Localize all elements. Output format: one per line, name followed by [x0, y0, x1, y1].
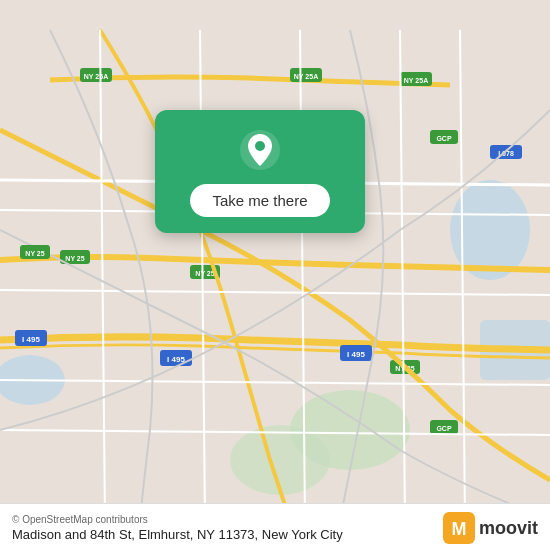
svg-text:NY 25A: NY 25A [84, 73, 108, 80]
svg-text:I 495: I 495 [22, 335, 40, 344]
bottom-info: © OpenStreetMap contributors Madison and… [12, 514, 343, 542]
svg-text:NY 25: NY 25 [25, 250, 44, 257]
moovit-text: moovit [479, 518, 538, 539]
svg-text:GCP: GCP [436, 135, 452, 142]
osm-credit: © OpenStreetMap contributors [12, 514, 343, 525]
map-background: I 495 I 495 I 495 NY 25 NY 25 NY 25 NY 2… [0, 0, 550, 550]
svg-text:M: M [451, 519, 466, 539]
bottom-bar: © OpenStreetMap contributors Madison and… [0, 503, 550, 550]
moovit-icon: M [443, 512, 475, 544]
svg-text:NY 25A: NY 25A [294, 73, 318, 80]
location-pin-icon [238, 128, 282, 172]
svg-text:NY 25: NY 25 [195, 270, 214, 277]
take-me-there-button[interactable]: Take me there [190, 184, 329, 217]
svg-text:I 495: I 495 [347, 350, 365, 359]
svg-text:GCP: GCP [436, 425, 452, 432]
address-text: Madison and 84th St, Elmhurst, NY 11373,… [12, 527, 343, 542]
moovit-logo: M moovit [443, 512, 538, 544]
map-container: I 495 I 495 I 495 NY 25 NY 25 NY 25 NY 2… [0, 0, 550, 550]
svg-point-33 [255, 141, 265, 151]
svg-text:NY 25: NY 25 [65, 255, 84, 262]
location-card: Take me there [155, 110, 365, 233]
svg-text:NY 25A: NY 25A [404, 77, 428, 84]
